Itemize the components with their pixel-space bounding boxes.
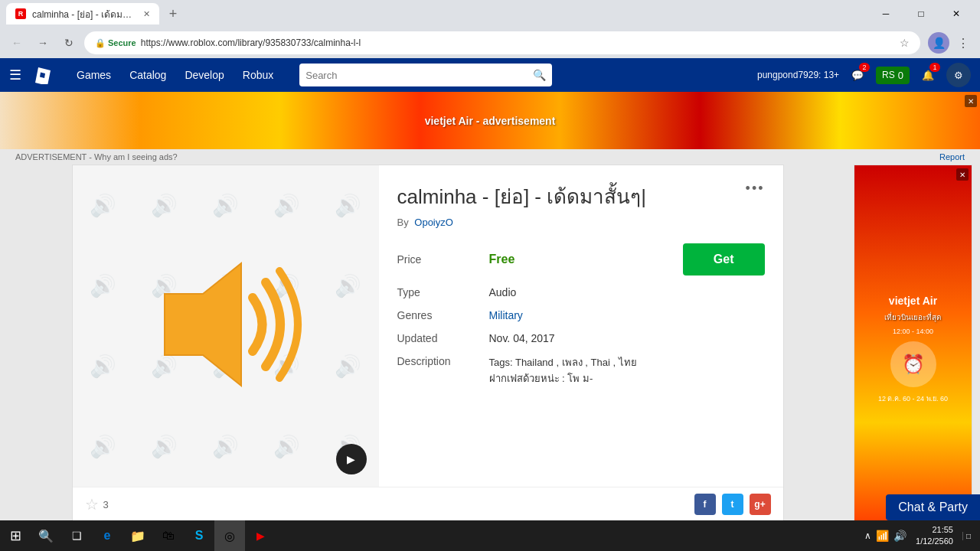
volume-icon[interactable]: 🔊 bbox=[893, 530, 906, 542]
active-tab[interactable]: R calminha - [ย่อ] - เด้ดมาสั้นๆ| ✕ bbox=[6, 3, 159, 24]
robux-button[interactable]: RS 0 bbox=[876, 67, 910, 84]
sidebar-ad-image: vietjet Air เที่ยวบินเยอะที่สุด 12:00 - … bbox=[854, 165, 972, 533]
content-layout: 🔊 🔊 🔊 🔊 🔊 🔊 🔊 🔊 🔊 🔊 🔊 🔊 bbox=[0, 165, 980, 533]
more-options-button[interactable]: ••• bbox=[746, 181, 765, 197]
ad-close-button[interactable]: ✕ bbox=[965, 95, 977, 107]
card-bottom: ☆ 3 f t g+ bbox=[73, 487, 783, 521]
hamburger-menu[interactable]: ☰ bbox=[9, 67, 21, 83]
sidebar-ad-close-button[interactable]: ✕ bbox=[956, 168, 969, 181]
price-label: Price bbox=[397, 253, 489, 266]
speaker-icon bbox=[142, 240, 310, 412]
address-bar[interactable]: 🔒 Secure https://www.roblox.com/library/… bbox=[84, 31, 920, 54]
settings-nav-button[interactable]: ⋮ bbox=[952, 32, 974, 54]
updated-row: Updated Nov. 04, 2017 bbox=[397, 332, 765, 344]
new-tab-button[interactable]: + bbox=[162, 3, 184, 24]
edge-button[interactable]: e bbox=[92, 520, 122, 551]
bg-icon-17: 🔊 bbox=[134, 406, 195, 487]
back-button[interactable]: ← bbox=[6, 32, 28, 54]
genres-value[interactable]: Military bbox=[489, 309, 765, 321]
time-display[interactable]: 21:55 1/12/2560 bbox=[910, 524, 959, 548]
type-row: Type Audio bbox=[397, 286, 765, 298]
refresh-button[interactable]: ↻ bbox=[58, 32, 80, 54]
forward-button[interactable]: → bbox=[32, 32, 54, 54]
get-button[interactable]: Get bbox=[683, 243, 765, 276]
sidebar-ad: ✕ vietjet Air เที่ยวบินเยอะที่สุด 12:00 … bbox=[854, 165, 972, 533]
robux-icon: RS bbox=[882, 70, 895, 80]
roblox-logo[interactable] bbox=[34, 66, 57, 84]
bg-icon-1: 🔊 bbox=[73, 165, 134, 246]
twitter-share-button[interactable]: t bbox=[722, 494, 743, 515]
googleplus-share-button[interactable]: g+ bbox=[750, 494, 771, 515]
nav-develop[interactable]: Develop bbox=[177, 64, 231, 86]
explorer-button[interactable]: 📁 bbox=[122, 520, 153, 551]
updated-value: Nov. 04, 2017 bbox=[489, 332, 765, 344]
tab-title: calminha - [ย่อ] - เด้ดมาสั้นๆ| bbox=[32, 7, 137, 21]
facebook-share-button[interactable]: f bbox=[694, 494, 716, 515]
report-link[interactable]: Report bbox=[939, 152, 965, 161]
by-label: By bbox=[397, 217, 409, 228]
skype-button[interactable]: S bbox=[184, 520, 214, 551]
ad-label-bar: ADVERTISEMENT - Why am I seeing ads? Rep… bbox=[0, 149, 980, 165]
nav-catalog[interactable]: Catalog bbox=[122, 64, 174, 86]
description-row: Description Tags: Thailand , เพลง , Thai… bbox=[397, 355, 765, 387]
clock-date: 1/12/2560 bbox=[916, 536, 953, 547]
bg-icon-6: 🔊 bbox=[73, 246, 134, 326]
taskbar-right: ∧ 📶 🔊 21:55 1/12/2560 □ bbox=[864, 524, 980, 548]
explorer-icon: 📁 bbox=[130, 529, 145, 543]
maximize-button[interactable]: □ bbox=[903, 3, 939, 24]
robux-value: 0 bbox=[898, 70, 903, 81]
chat-party-bar[interactable]: Chat & Party bbox=[886, 494, 980, 520]
author-link[interactable]: OpoiyzO bbox=[414, 217, 453, 228]
play-icon: ▶ bbox=[347, 453, 355, 465]
show-desktop-button[interactable]: □ bbox=[962, 532, 974, 540]
chat-badge: 2 bbox=[859, 63, 870, 72]
rating-count: 3 bbox=[103, 499, 109, 510]
type-label: Type bbox=[397, 286, 489, 298]
nav-links: Games Catalog Develop Robux bbox=[69, 64, 281, 86]
chrome-button[interactable]: ◎ bbox=[214, 520, 245, 551]
tray-up-arrow[interactable]: ∧ bbox=[864, 530, 871, 541]
bg-icon-19: 🔊 bbox=[256, 406, 318, 487]
play-button[interactable]: ▶ bbox=[336, 444, 367, 474]
nav-robux[interactable]: Robux bbox=[235, 64, 281, 86]
bg-icon-16: 🔊 bbox=[73, 406, 134, 487]
secure-badge: 🔒 Secure bbox=[95, 38, 136, 48]
nav-games[interactable]: Games bbox=[69, 64, 119, 86]
description-text: Tags: Thailand , เพลง , Thai , ไทย bbox=[489, 355, 637, 371]
description-content: Tags: Thailand , เพลง , Thai , ไทย ฝากเฟ… bbox=[489, 355, 637, 387]
search-bar[interactable]: 🔍 bbox=[299, 64, 552, 86]
url-text: https://www.roblox.com/library/935830733… bbox=[141, 37, 895, 48]
search-input[interactable] bbox=[305, 70, 528, 81]
item-card: 🔊 🔊 🔊 🔊 🔊 🔊 🔊 🔊 🔊 🔊 🔊 🔊 bbox=[72, 165, 784, 522]
start-button[interactable]: ⊞ bbox=[0, 520, 31, 551]
close-button[interactable]: ✕ bbox=[939, 3, 974, 24]
network-icon[interactable]: 📶 bbox=[876, 530, 889, 542]
chrome-icon: ◎ bbox=[224, 529, 235, 543]
store-button[interactable]: 🛍 bbox=[153, 520, 184, 551]
sidebar-ad-logo: vietjet Air bbox=[889, 295, 937, 307]
edge-icon: e bbox=[104, 529, 111, 543]
price-row: Price Free Get bbox=[397, 243, 765, 276]
bookmark-icon[interactable]: ☆ bbox=[900, 37, 910, 49]
profile-button[interactable]: 👤 bbox=[928, 32, 949, 54]
settings-button[interactable]: ⚙ bbox=[946, 63, 971, 87]
description-label: Description bbox=[397, 355, 489, 367]
chat-icon-button[interactable]: 💬 2 bbox=[845, 63, 870, 87]
item-by: By OpoiyzO bbox=[397, 217, 646, 228]
bg-icon-2: 🔊 bbox=[134, 165, 195, 246]
task-view-button[interactable]: ❑ bbox=[61, 520, 92, 551]
search-icon[interactable]: 🔍 bbox=[533, 69, 546, 81]
roblox-navbar: ☰ Games Catalog Develop Robux 🔍 pungpond… bbox=[0, 58, 980, 92]
secure-label: Secure bbox=[108, 38, 136, 47]
skype-icon: S bbox=[195, 529, 204, 543]
tab-close-button[interactable]: ✕ bbox=[143, 9, 150, 19]
bg-icon-18: 🔊 bbox=[195, 406, 256, 487]
taskbar-search-icon: 🔍 bbox=[38, 529, 54, 543]
bg-icon-5: 🔊 bbox=[318, 165, 379, 246]
media-button[interactable]: ▶ bbox=[245, 520, 276, 551]
lock-icon: 🔒 bbox=[95, 38, 106, 48]
taskbar-search-button[interactable]: 🔍 bbox=[31, 520, 61, 551]
price-value: Free bbox=[489, 253, 652, 266]
minimize-button[interactable]: ─ bbox=[868, 3, 903, 24]
notifications-button[interactable]: 🔔 1 bbox=[916, 63, 940, 87]
